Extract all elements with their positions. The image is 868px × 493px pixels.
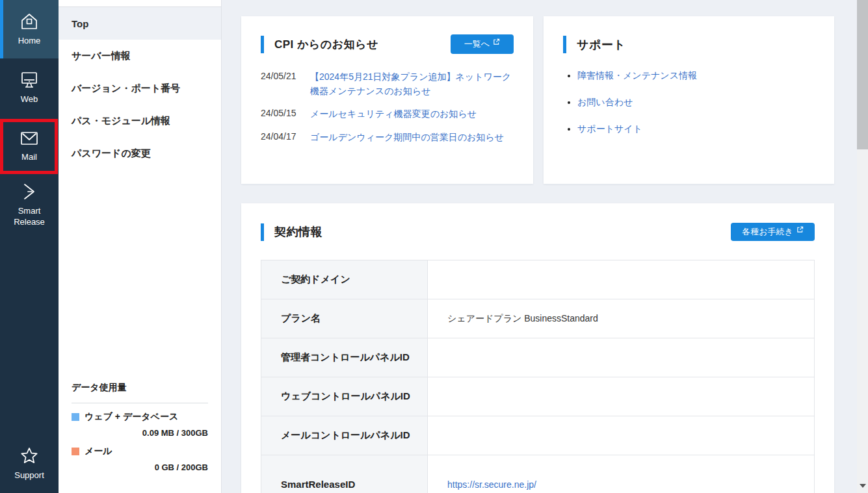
support-list-item: サポートサイト [577,123,815,135]
news-list: 24/05/21 【2024年5月21日対象プラン追加】ネットワーク機器メンテナ… [261,70,514,145]
table-row: ウェブコントロールパネルID [261,377,815,416]
external-link-icon [796,225,804,235]
table-row: ご契約ドメイン [261,260,815,299]
rail-item-label: Smart Release [4,206,55,227]
support-links-list: 障害情報・メンテナンス情報 お問い合わせ サポートサイト [563,70,815,135]
rail-item-smart-release[interactable]: Smart Release [0,175,59,234]
row-value-admin-cp-id [428,338,815,377]
usage-label: メール [85,446,112,457]
contract-card-header: 契約情報 各種お手続き [261,223,815,241]
sidebar-item-label: バージョン・ポート番号 [72,82,180,95]
chevron-down-icon [860,484,866,488]
smart-release-icon [19,182,40,201]
home-icon [19,12,40,31]
usage-divider [72,403,208,403]
contract-info-card: 契約情報 各種お手続き ご契約ドメイン プラン名 シェアードプラン Busine… [241,203,834,493]
table-row: SmartReleaseID https://sr.secure.ne.jp/ [261,455,815,493]
contract-table: ご契約ドメイン プラン名 シェアードプラン BusinessStandard 管… [261,260,815,493]
smartrelease-url-link[interactable]: https://sr.secure.ne.jp/ [447,479,536,490]
news-item: 24/05/21 【2024年5月21日対象プラン追加】ネットワーク機器メンテナ… [261,70,514,98]
row-label-mail-cp-id: メールコントロールパネルID [261,416,428,455]
sidebar-item-label: パスワードの変更 [72,147,151,160]
sidebar-item-version-port[interactable]: バージョン・ポート番号 [59,72,221,105]
support-link-contact[interactable]: お問い合わせ [577,97,633,107]
mail-swatch [72,448,79,455]
support-card: サポート 障害情報・メンテナンス情報 お問い合わせ サポートサイト [544,16,834,184]
support-link-incident-maintenance[interactable]: 障害情報・メンテナンス情報 [577,70,697,81]
sidebar-item-path-module[interactable]: パス・モジュール情報 [59,105,221,137]
row-label-smartrelease-id: SmartReleaseID [261,455,428,493]
procedures-button-label: 各種お手続き [742,226,793,238]
star-icon [19,446,40,466]
news-list-button[interactable]: 一覧へ [451,34,514,54]
news-link[interactable]: メールセキュリティ機器変更のお知らせ [310,107,477,121]
news-date: 24/05/15 [261,107,310,121]
rail-item-label: Support [4,470,55,481]
row-label-web-cp-id: ウェブコントロールパネルID [261,377,428,416]
accent-bar [261,36,264,53]
rail-item-web[interactable]: Web [0,58,59,117]
row-value-smartrelease-id: https://sr.secure.ne.jp/ [428,455,815,493]
procedures-button[interactable]: 各種お手続き [731,223,815,241]
rail-item-support[interactable]: Support [0,435,59,493]
contract-card-title: 契約情報 [274,224,322,240]
rail-item-label: Mail [4,152,55,162]
scrollbar-down-button[interactable] [857,481,868,490]
data-usage-panel: データ使用量 ウェブ + データベース 0.09 MB / 300GB メール … [72,382,208,472]
accent-bar [563,36,566,53]
support-list-item: お問い合わせ [577,97,815,108]
secondary-sidebar: Top サーバー情報 バージョン・ポート番号 パス・モジュール情報 パスワードの… [59,0,222,493]
support-list-item: 障害情報・メンテナンス情報 [577,70,815,82]
usage-row-web-db: ウェブ + データベース [72,411,208,423]
news-list-button-label: 一覧へ [464,38,490,50]
sidebar-item-server-info[interactable]: サーバー情報 [59,40,221,72]
news-link[interactable]: ゴールデンウィーク期間中の営業日のお知らせ [310,131,504,145]
cpi-news-card: CPI からのお知らせ 一覧へ 24/05/21 【2024年5月21日対象プラ… [241,16,533,184]
rail-item-mail[interactable]: Mail [0,117,59,175]
usage-row-mail: メール [72,446,208,457]
data-usage-title: データ使用量 [72,382,208,394]
monitor-icon [19,70,40,90]
news-item: 24/05/15 メールセキュリティ機器変更のお知らせ [261,107,514,121]
sidebar-item-top[interactable]: Top [59,7,221,40]
news-link[interactable]: 【2024年5月21日対象プラン追加】ネットワーク機器メンテナンスのお知らせ [310,70,514,98]
support-link-support-site[interactable]: サポートサイト [577,123,642,134]
support-card-title: サポート [577,37,625,53]
sidebar-item-label: Top [72,18,88,29]
usage-label: ウェブ + データベース [85,411,178,423]
support-card-header: サポート [563,36,815,53]
rail-item-home[interactable]: Home [0,0,59,58]
row-label-plan-name: プラン名 [261,299,428,338]
row-value-plan-name: シェアードプラン BusinessStandard [428,299,815,338]
row-value-mail-cp-id [428,416,815,455]
news-card-title: CPI からのお知らせ [274,37,378,52]
icon-rail: Home Web Mail Smart Rel [0,0,59,493]
news-item: 24/04/17 ゴールデンウィーク期間中の営業日のお知らせ [261,131,514,145]
external-link-icon [493,38,500,47]
row-label-admin-cp-id: 管理者コントロールパネルID [261,338,428,377]
sidebar-item-label: パス・モジュール情報 [72,115,170,127]
web-db-swatch [72,413,79,421]
row-value-contract-domain [428,260,815,299]
usage-value-mail: 0 GB / 200GB [72,462,208,472]
sidebar-item-label: サーバー情報 [72,50,131,62]
scrollbar-thumb[interactable] [857,0,868,149]
row-value-web-cp-id [428,377,815,416]
table-row: プラン名 シェアードプラン BusinessStandard [261,299,815,338]
news-card-header: CPI からのお知らせ 一覧へ [261,34,514,54]
row-label-contract-domain: ご契約ドメイン [261,260,428,299]
usage-value-web-db: 0.09 MB / 300GB [72,428,208,438]
vertical-scrollbar [857,0,868,493]
mail-icon [18,129,40,147]
rail-item-label: Home [4,36,55,46]
sidebar-top-strip [59,0,221,7]
news-date: 24/05/21 [261,70,310,98]
table-row: 管理者コントロールパネルID [261,338,815,377]
rail-item-label: Web [4,94,55,105]
accent-bar [261,223,264,241]
sidebar-item-password-change[interactable]: パスワードの変更 [59,137,221,170]
news-date: 24/04/17 [261,131,310,145]
table-row: メールコントロールパネルID [261,416,815,455]
